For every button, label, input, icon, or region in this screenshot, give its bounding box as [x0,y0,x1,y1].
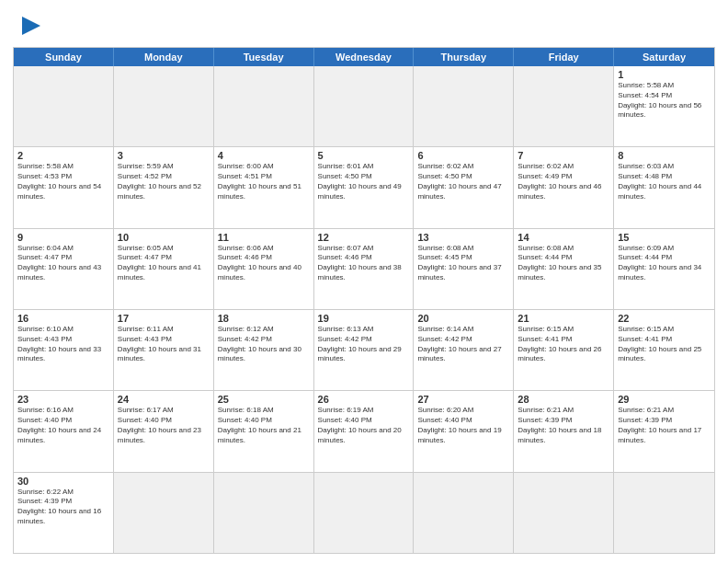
sun-info: Sunrise: 6:02 AMSunset: 4:50 PMDaylight:… [417,162,509,201]
day-cell-13: 13Sunrise: 6:08 AMSunset: 4:45 PMDayligh… [414,229,514,309]
day-number: 11 [218,232,310,243]
sun-info: Sunrise: 6:20 AMSunset: 4:40 PMDaylight:… [417,406,509,445]
day-cell-12: 12Sunrise: 6:07 AMSunset: 4:46 PMDayligh… [314,229,415,309]
empty-cell [14,66,114,146]
day-number: 30 [17,476,109,487]
day-cell-14: 14Sunrise: 6:08 AMSunset: 4:44 PMDayligh… [514,229,614,309]
day-number: 28 [518,394,609,405]
sun-info: Sunrise: 6:16 AMSunset: 4:40 PMDaylight:… [17,406,109,445]
day-number: 14 [518,232,609,243]
day-cell-24: 24Sunrise: 6:17 AMSunset: 4:40 PMDayligh… [114,391,214,471]
sun-info: Sunrise: 6:21 AMSunset: 4:39 PMDaylight:… [618,406,711,445]
day-number: 15 [618,232,711,243]
day-number: 3 [118,150,210,161]
day-number: 24 [118,394,210,405]
day-cell-10: 10Sunrise: 6:05 AMSunset: 4:47 PMDayligh… [114,229,214,309]
empty-cell [514,66,614,146]
day-cell-17: 17Sunrise: 6:11 AMSunset: 4:43 PMDayligh… [114,310,214,390]
calendar-body: 1Sunrise: 5:58 AMSunset: 4:54 PMDaylight… [14,66,714,553]
sun-info: Sunrise: 6:08 AMSunset: 4:45 PMDaylight:… [417,244,509,283]
day-number: 10 [118,232,210,243]
day-number: 6 [417,150,509,161]
day-cell-28: 28Sunrise: 6:21 AMSunset: 4:39 PMDayligh… [514,391,614,471]
day-number: 7 [518,150,609,161]
calendar-row-4: 23Sunrise: 6:16 AMSunset: 4:40 PMDayligh… [14,390,714,471]
empty-cell [314,66,415,146]
header-day-sunday: Sunday [14,48,114,66]
header [13,9,715,43]
empty-cell [314,473,415,553]
day-number: 16 [17,313,109,324]
day-cell-27: 27Sunrise: 6:20 AMSunset: 4:40 PMDayligh… [414,391,514,471]
day-cell-21: 21Sunrise: 6:15 AMSunset: 4:41 PMDayligh… [514,310,614,390]
day-cell-30: 30Sunrise: 6:22 AMSunset: 4:39 PMDayligh… [14,473,114,553]
day-cell-7: 7Sunrise: 6:02 AMSunset: 4:49 PMDaylight… [514,147,614,227]
header-day-friday: Friday [514,48,614,66]
sun-info: Sunrise: 6:09 AMSunset: 4:44 PMDaylight:… [618,244,711,283]
sun-info: Sunrise: 6:17 AMSunset: 4:40 PMDaylight:… [118,406,210,445]
day-cell-18: 18Sunrise: 6:12 AMSunset: 4:42 PMDayligh… [214,310,314,390]
sun-info: Sunrise: 6:11 AMSunset: 4:43 PMDaylight:… [118,325,210,364]
day-number: 23 [17,394,109,405]
sun-info: Sunrise: 6:02 AMSunset: 4:49 PMDaylight:… [518,162,609,201]
day-cell-29: 29Sunrise: 6:21 AMSunset: 4:39 PMDayligh… [614,391,714,471]
day-cell-8: 8Sunrise: 6:03 AMSunset: 4:48 PMDaylight… [614,147,714,227]
empty-cell [114,66,214,146]
day-cell-15: 15Sunrise: 6:09 AMSunset: 4:44 PMDayligh… [614,229,714,309]
calendar-header: SundayMondayTuesdayWednesdayThursdayFrid… [14,48,714,66]
empty-cell [214,66,314,146]
sun-info: Sunrise: 6:18 AMSunset: 4:40 PMDaylight:… [218,406,310,445]
sun-info: Sunrise: 6:14 AMSunset: 4:42 PMDaylight:… [417,325,509,364]
day-number: 4 [218,150,310,161]
calendar-row-0: 1Sunrise: 5:58 AMSunset: 4:54 PMDaylight… [14,66,714,146]
sun-info: Sunrise: 6:15 AMSunset: 4:41 PMDaylight:… [518,325,609,364]
empty-cell [614,473,714,553]
sun-info: Sunrise: 6:22 AMSunset: 4:39 PMDaylight:… [17,488,109,527]
day-number: 18 [218,313,310,324]
sun-info: Sunrise: 6:08 AMSunset: 4:44 PMDaylight:… [518,244,609,283]
day-number: 1 [618,69,711,80]
header-day-tuesday: Tuesday [214,48,314,66]
sun-info: Sunrise: 6:01 AMSunset: 4:50 PMDaylight:… [318,162,410,201]
day-number: 9 [17,232,109,243]
day-number: 19 [318,313,410,324]
logo-icon [15,13,44,39]
calendar-row-3: 16Sunrise: 6:10 AMSunset: 4:43 PMDayligh… [14,309,714,390]
day-number: 22 [618,313,711,324]
calendar: SundayMondayTuesdayWednesdayThursdayFrid… [13,47,715,554]
day-cell-25: 25Sunrise: 6:18 AMSunset: 4:40 PMDayligh… [214,391,314,471]
sun-info: Sunrise: 6:06 AMSunset: 4:46 PMDaylight:… [218,244,310,283]
calendar-row-5: 30Sunrise: 6:22 AMSunset: 4:39 PMDayligh… [14,472,714,553]
day-number: 21 [518,313,609,324]
header-day-monday: Monday [114,48,214,66]
day-cell-4: 4Sunrise: 6:00 AMSunset: 4:51 PMDaylight… [214,147,314,227]
sun-info: Sunrise: 6:12 AMSunset: 4:42 PMDaylight:… [218,325,310,364]
header-day-wednesday: Wednesday [314,48,415,66]
day-cell-3: 3Sunrise: 5:59 AMSunset: 4:52 PMDaylight… [114,147,214,227]
sun-info: Sunrise: 6:21 AMSunset: 4:39 PMDaylight:… [518,406,609,445]
day-number: 5 [318,150,410,161]
day-number: 17 [118,313,210,324]
day-cell-11: 11Sunrise: 6:06 AMSunset: 4:46 PMDayligh… [214,229,314,309]
sun-info: Sunrise: 5:59 AMSunset: 4:52 PMDaylight:… [118,162,210,201]
sun-info: Sunrise: 5:58 AMSunset: 4:53 PMDaylight:… [17,162,109,201]
sun-info: Sunrise: 6:19 AMSunset: 4:40 PMDaylight:… [318,406,410,445]
day-number: 26 [318,394,410,405]
empty-cell [214,473,314,553]
day-cell-26: 26Sunrise: 6:19 AMSunset: 4:40 PMDayligh… [314,391,415,471]
calendar-row-2: 9Sunrise: 6:04 AMSunset: 4:47 PMDaylight… [14,228,714,309]
day-cell-2: 2Sunrise: 5:58 AMSunset: 4:53 PMDaylight… [14,147,114,227]
day-number: 13 [417,232,509,243]
sun-info: Sunrise: 6:10 AMSunset: 4:43 PMDaylight:… [17,325,109,364]
sun-info: Sunrise: 6:13 AMSunset: 4:42 PMDaylight:… [318,325,410,364]
day-number: 29 [618,394,711,405]
day-number: 2 [17,150,109,161]
day-cell-16: 16Sunrise: 6:10 AMSunset: 4:43 PMDayligh… [14,310,114,390]
header-day-thursday: Thursday [414,48,514,66]
day-number: 12 [318,232,410,243]
day-cell-1: 1Sunrise: 5:58 AMSunset: 4:54 PMDaylight… [614,66,714,146]
header-day-saturday: Saturday [614,48,714,66]
day-number: 8 [618,150,711,161]
day-cell-5: 5Sunrise: 6:01 AMSunset: 4:50 PMDaylight… [314,147,415,227]
empty-cell [414,66,514,146]
